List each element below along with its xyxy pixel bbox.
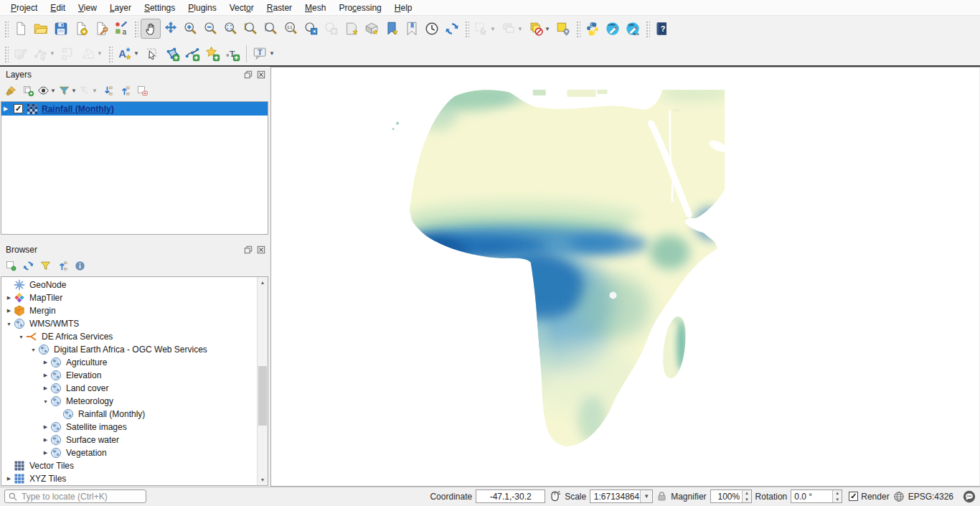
scale-combobox[interactable]: 1:67134864 ▼ bbox=[590, 489, 653, 503]
filter-browser-button[interactable] bbox=[37, 258, 53, 273]
filter-legend-button[interactable]: ▼ bbox=[58, 83, 77, 98]
toolbar-grip[interactable] bbox=[464, 20, 469, 37]
chevron-down-icon[interactable]: ▼ bbox=[268, 50, 275, 57]
menu-layer[interactable]: Layer bbox=[103, 1, 138, 15]
refresh-button[interactable] bbox=[20, 258, 36, 273]
refresh-button[interactable] bbox=[442, 19, 462, 39]
lock-scale-icon[interactable] bbox=[656, 491, 667, 502]
menu-processing[interactable]: Processing bbox=[332, 1, 387, 15]
expand-icon[interactable]: ▶ bbox=[5, 308, 13, 314]
python-console-button[interactable] bbox=[583, 19, 603, 39]
locator-search[interactable] bbox=[4, 489, 146, 503]
menu-help[interactable]: Help bbox=[388, 1, 419, 15]
expand-icon[interactable]: ▶ bbox=[5, 295, 13, 301]
spinner-arrows-icon[interactable]: ▲▼ bbox=[832, 490, 842, 502]
chevron-down-icon[interactable]: ▼ bbox=[50, 88, 57, 94]
annotation-polygon-button[interactable] bbox=[162, 44, 182, 64]
coordinate-input[interactable] bbox=[476, 491, 545, 502]
rotation-spinbox[interactable]: ▲▼ bbox=[791, 489, 842, 503]
pan-to-selection-button[interactable] bbox=[161, 19, 181, 39]
expand-icon[interactable]: ▶ bbox=[42, 373, 50, 378]
expand-icon[interactable]: ▶ bbox=[5, 476, 13, 482]
layer-visibility-checkbox[interactable]: ✓ bbox=[14, 104, 23, 113]
expand-icon[interactable]: ▶ bbox=[4, 106, 10, 112]
menu-view[interactable]: View bbox=[72, 1, 103, 15]
tree-item-surface-water[interactable]: ▶Surface water bbox=[1, 434, 257, 446]
magnifier-spinbox[interactable]: ▲▼ bbox=[710, 489, 752, 503]
expand-icon[interactable]: ▼ bbox=[29, 347, 37, 352]
menu-raster[interactable]: Raster bbox=[260, 1, 298, 15]
tree-item-de-africa-services[interactable]: ▼DE Africa Services bbox=[1, 330, 257, 343]
menu-settings[interactable]: Settings bbox=[138, 1, 182, 15]
extent-toggle-icon[interactable] bbox=[549, 490, 561, 502]
tree-item-maptiler[interactable]: ▶MapTiler bbox=[1, 291, 257, 304]
scroll-down-icon[interactable]: ▼ bbox=[258, 474, 268, 485]
show-bookmarks-button[interactable] bbox=[402, 19, 422, 39]
scrollbar-track[interactable] bbox=[258, 288, 268, 474]
layers-close-button[interactable] bbox=[256, 70, 266, 80]
pan-map-button[interactable] bbox=[141, 19, 161, 39]
tree-item-xyz-tiles[interactable]: ▶XYZ Tiles bbox=[1, 472, 257, 485]
layer-item[interactable]: ▶✓Rainfall (Monthly) bbox=[1, 102, 268, 116]
menu-edit[interactable]: Edit bbox=[44, 1, 72, 15]
qml-sld-converter-button[interactable]: QMLSLD bbox=[623, 19, 643, 39]
save-project-button[interactable] bbox=[51, 19, 71, 39]
layer-label[interactable]: Rainfall (Monthly) bbox=[42, 104, 114, 114]
crs-globe-icon[interactable] bbox=[893, 491, 905, 502]
new-3d-map-view-button[interactable] bbox=[362, 19, 382, 39]
tree-item-geonode[interactable]: GeoNode bbox=[1, 278, 257, 291]
add-group-button[interactable] bbox=[20, 83, 36, 98]
toolbar-grip[interactable] bbox=[575, 20, 580, 37]
browser-float-button[interactable] bbox=[243, 245, 253, 255]
tree-item-satellite-images[interactable]: ▶Satellite images bbox=[1, 421, 257, 434]
tree-item-elevation[interactable]: ▶Elevation bbox=[1, 369, 257, 382]
toolbar-grip[interactable] bbox=[108, 45, 113, 62]
help-button[interactable]: ? bbox=[652, 19, 672, 39]
locator-input[interactable] bbox=[20, 491, 143, 502]
browser-close-button[interactable] bbox=[256, 245, 266, 255]
expand-icon[interactable]: ▼ bbox=[17, 334, 25, 339]
toolbar-grip[interactable] bbox=[4, 45, 9, 62]
chevron-down-icon[interactable]: ▼ bbox=[91, 88, 98, 94]
zoom-to-selection-button[interactable] bbox=[241, 19, 261, 39]
chevron-down-icon[interactable]: ▼ bbox=[640, 490, 652, 502]
new-map-view-button[interactable] bbox=[341, 19, 362, 39]
expand-icon[interactable]: ▶ bbox=[42, 437, 50, 443]
zoom-out-button[interactable] bbox=[201, 19, 221, 39]
tree-item-meteorology[interactable]: ▼Meteorology bbox=[1, 395, 257, 408]
expand-icon[interactable]: ▶ bbox=[42, 424, 50, 430]
toolbar-grip[interactable] bbox=[133, 20, 138, 37]
lyrx-converter-button[interactable]: LYRX bbox=[603, 19, 623, 39]
scroll-up-icon[interactable]: ▲ bbox=[258, 277, 268, 288]
new-print-layout-button[interactable] bbox=[71, 19, 91, 39]
scrollbar-thumb[interactable] bbox=[258, 366, 267, 426]
collapse-all-button[interactable] bbox=[55, 258, 70, 273]
tree-item-vegetation[interactable]: ▶Vegetation bbox=[1, 446, 257, 459]
collapse-all-button[interactable] bbox=[117, 83, 133, 98]
tree-item-land-cover[interactable]: ▶Land cover bbox=[1, 382, 257, 395]
expand-icon[interactable]: ▶ bbox=[42, 450, 50, 456]
layers-float-button[interactable] bbox=[243, 70, 253, 80]
zoom-full-button[interactable] bbox=[221, 19, 241, 39]
toolbar-grip[interactable] bbox=[4, 20, 9, 37]
remove-layer-button[interactable] bbox=[134, 83, 150, 98]
chevron-down-icon[interactable]: ▼ bbox=[544, 26, 551, 32]
map-canvas[interactable] bbox=[270, 67, 980, 487]
render-checkbox[interactable]: ✓ bbox=[849, 492, 858, 501]
select-by-location-button[interactable] bbox=[553, 19, 573, 39]
expand-icon[interactable]: ▼ bbox=[42, 399, 50, 404]
zoom-to-layer-button[interactable] bbox=[261, 19, 281, 39]
map-themes-button[interactable]: ▼ bbox=[37, 83, 57, 98]
tree-item-rainfall-monthly[interactable]: Rainfall (Monthly) bbox=[1, 408, 257, 421]
annotation-text-button[interactable]: T bbox=[222, 44, 242, 64]
tree-item-vector-tiles[interactable]: Vector Tiles bbox=[1, 459, 257, 472]
magnifier-input[interactable] bbox=[711, 491, 743, 502]
expand-all-button[interactable] bbox=[100, 83, 116, 98]
open-project-button[interactable] bbox=[31, 19, 51, 39]
toolbar-grip[interactable] bbox=[645, 20, 650, 37]
spinner-arrows-icon[interactable]: ▲▼ bbox=[742, 490, 750, 502]
crs-status[interactable]: EPSG:4326 bbox=[908, 492, 953, 502]
menu-vector[interactable]: Vector bbox=[223, 1, 260, 15]
zoom-native-button[interactable]: 1:1 bbox=[281, 19, 301, 39]
style-manager-button[interactable]: a bbox=[111, 19, 131, 39]
